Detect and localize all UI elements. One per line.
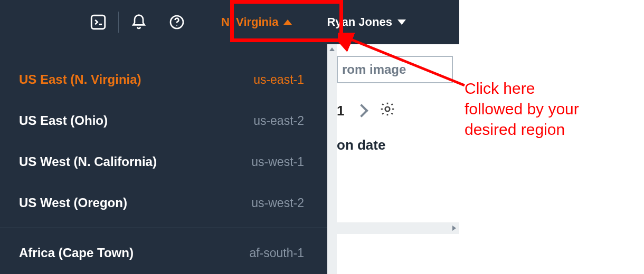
account-menu-label: Ryan Jones	[327, 15, 392, 29]
region-option-us-west-2[interactable]: US West (Oregon) us-west-2	[0, 182, 327, 223]
notifications-icon[interactable]	[120, 0, 158, 44]
svg-point-2	[176, 25, 177, 26]
region-option-us-east-2[interactable]: US East (Ohio) us-east-2	[0, 100, 327, 141]
region-option-code: af-south-1	[249, 246, 304, 260]
annotation-line: Click here	[465, 78, 639, 99]
scroll-up-icon	[329, 47, 335, 51]
region-option-code: us-east-2	[253, 114, 304, 128]
help-icon[interactable]	[158, 0, 196, 44]
annotation-line: followed by your	[465, 99, 639, 119]
annotation-text: Click here followed by your desired regi…	[465, 78, 639, 140]
content-area: rom image 1 on date	[337, 44, 459, 234]
caret-down-icon	[397, 19, 406, 25]
region-option-us-west-1[interactable]: US West (N. California) us-west-1	[0, 141, 327, 182]
settings-gear-button[interactable]	[379, 101, 396, 121]
region-dropdown-panel: US East (N. Virginia) us-east-1 US East …	[0, 44, 327, 274]
horizontal-scrollbar[interactable]	[337, 222, 459, 234]
region-option-code: us-west-1	[251, 155, 304, 169]
launch-from-image-button[interactable]: rom image	[337, 56, 453, 83]
annotation-line: desired region	[465, 119, 639, 140]
region-selector-button[interactable]: N. Virginia	[206, 0, 307, 44]
nav-divider	[118, 12, 119, 33]
svg-point-3	[385, 106, 390, 111]
region-option-name: Africa (Cape Town)	[19, 246, 134, 260]
column-header-creation-date[interactable]: on date	[337, 137, 385, 153]
region-option-code: us-east-1	[253, 73, 304, 87]
region-option-af-south-1[interactable]: Africa (Cape Town) af-south-1	[0, 232, 327, 273]
region-group-divider	[0, 228, 327, 228]
launch-from-image-label: rom image	[342, 62, 406, 77]
dropdown-scrollbar[interactable]	[327, 44, 337, 274]
region-option-name: US East (Ohio)	[19, 113, 108, 128]
chevron-right-icon[interactable]	[355, 104, 368, 117]
caret-up-icon	[283, 19, 292, 25]
page-number: 1	[337, 103, 344, 119]
top-nav-bar: N. Virginia Ryan Jones	[0, 0, 459, 44]
account-menu-button[interactable]: Ryan Jones	[312, 0, 421, 44]
cloudshell-icon[interactable]	[79, 0, 117, 44]
region-option-us-east-1[interactable]: US East (N. Virginia) us-east-1	[0, 59, 327, 100]
pager-row: 1	[337, 95, 459, 126]
region-selector-label: N. Virginia	[221, 15, 278, 29]
region-option-name: US East (N. Virginia)	[19, 72, 141, 87]
region-option-name: US West (N. California)	[19, 154, 157, 169]
region-option-code: us-west-2	[251, 196, 304, 210]
region-option-name: US West (Oregon)	[19, 195, 127, 210]
scroll-right-icon	[452, 226, 456, 231]
